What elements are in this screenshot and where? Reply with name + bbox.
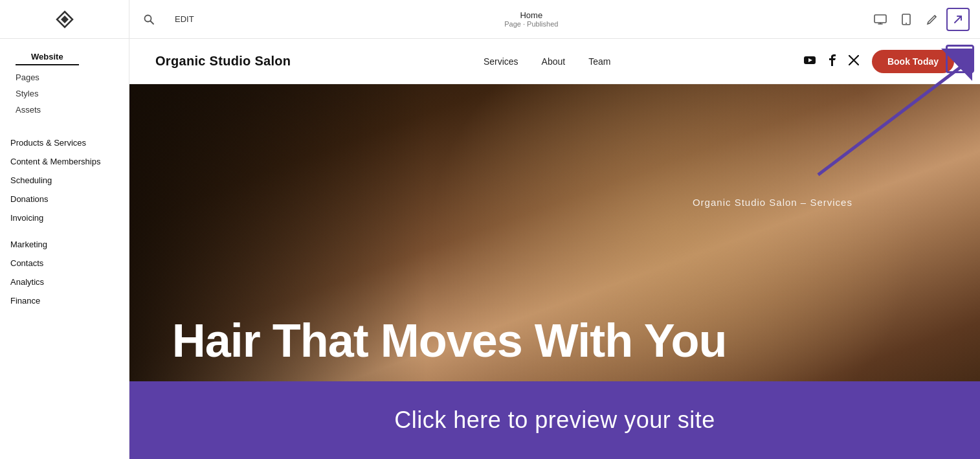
hero-subtitle: Organic Studio Salon – Services — [693, 197, 852, 208]
svg-point-6 — [906, 23, 907, 24]
sidebar-finance[interactable]: Finance — [0, 291, 129, 310]
twitter-x-icon[interactable] — [849, 55, 859, 68]
book-today-button[interactable]: Book Today — [872, 50, 954, 73]
tablet-view-button[interactable] — [895, 8, 918, 31]
search-button[interactable] — [136, 14, 162, 25]
sidebar-item-styles[interactable]: Styles — [0, 85, 129, 102]
top-bar: EDIT Home Page · Published — [0, 0, 980, 39]
sidebar-analytics[interactable]: Analytics — [0, 273, 129, 291]
desktop-view-button[interactable] — [869, 8, 892, 31]
svg-rect-2 — [874, 15, 886, 23]
website-nav-right: Book Today — [803, 50, 954, 73]
edit-label: EDIT — [175, 14, 194, 24]
nav-link-about[interactable]: About — [542, 56, 566, 67]
squarespace-logo — [54, 9, 75, 30]
page-info: Home Page · Published — [194, 10, 869, 28]
sidebar-products-services[interactable]: Products & Services — [0, 133, 129, 152]
website-brand: Organic Studio Salon — [155, 54, 291, 69]
nav-link-team[interactable]: Team — [588, 56, 610, 67]
website-nav: Organic Studio Salon Services About Team — [129, 39, 980, 84]
svg-line-1 — [151, 21, 154, 24]
sidebar-website-label[interactable]: Website — [16, 49, 79, 65]
sidebar-scheduling[interactable]: Scheduling — [0, 171, 129, 190]
page-name: Home — [520, 10, 542, 20]
sidebar-marketing[interactable]: Marketing — [0, 235, 129, 254]
overlay-banner-text: Click here to preview your site — [394, 407, 715, 434]
sidebar-donations[interactable]: Donations — [0, 190, 129, 208]
nav-link-services[interactable]: Services — [484, 56, 518, 67]
page-status: Page · Published — [504, 20, 558, 28]
website-nav-links: Services About Team — [291, 56, 803, 67]
sidebar-invoicing[interactable]: Invoicing — [0, 208, 129, 227]
sidebar: Website Pages Styles Assets Products & S… — [0, 39, 129, 459]
sidebar-content-memberships[interactable]: Content & Memberships — [0, 152, 129, 171]
facebook-icon[interactable] — [829, 54, 836, 69]
top-bar-actions — [869, 8, 980, 31]
sidebar-logo-area — [0, 0, 129, 38]
sidebar-contacts[interactable]: Contacts — [0, 254, 129, 273]
edit-pen-button[interactable] — [920, 8, 944, 31]
preview-external-button[interactable] — [946, 8, 970, 31]
hero-title: Hair That Moves With You — [172, 317, 727, 366]
overlay-banner[interactable]: Click here to preview your site — [129, 381, 980, 459]
sidebar-item-pages[interactable]: Pages — [0, 69, 129, 85]
sidebar-item-assets[interactable]: Assets — [0, 102, 129, 118]
youtube-icon[interactable] — [803, 56, 816, 67]
